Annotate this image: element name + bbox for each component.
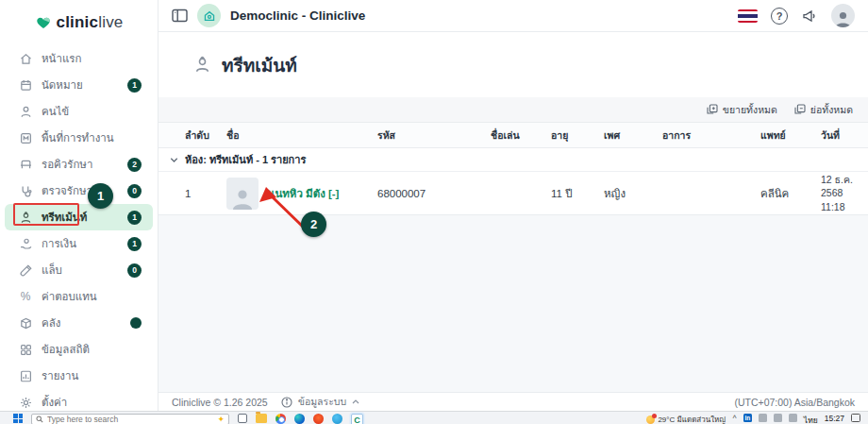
- weather-widget[interactable]: 29°C มีแดดส่วนใหญ่: [646, 414, 726, 424]
- sidebar-item-label: นัดหมาย: [42, 76, 83, 93]
- sidebar-item-label: คลัง: [42, 314, 60, 331]
- row-date: 12 ธ.ค. 2568 11:18: [821, 173, 857, 213]
- workspace-icon: [18, 130, 33, 145]
- tray-caret-icon[interactable]: ˄: [732, 414, 737, 421]
- expand-all-label: ขยายทั้งหมด: [723, 102, 777, 118]
- caret-up-icon[interactable]: [352, 399, 359, 404]
- box-icon: [18, 315, 33, 331]
- sidebar-item-finance[interactable]: การเงิน 1: [5, 230, 153, 257]
- taskbar-clock[interactable]: 15:27: [825, 414, 844, 423]
- search-input[interactable]: [47, 415, 213, 424]
- language-indicator[interactable]: ไทย: [804, 414, 818, 424]
- thai-flag-icon[interactable]: [738, 9, 758, 23]
- row-date-line2: 11:18: [821, 201, 845, 212]
- table-row[interactable]: 1 แนทหิว มีตัง [-] 68000007 11 ปี หญิง ค…: [159, 172, 868, 215]
- row-gender: หญิง: [604, 185, 662, 202]
- test-tube-icon: [18, 263, 33, 278]
- user-avatar[interactable]: [831, 4, 855, 27]
- sidebar-item-workspace[interactable]: พื้นที่การทำงาน: [5, 125, 153, 151]
- stethoscope-icon: [18, 183, 33, 198]
- sidebar-toggle-icon[interactable]: [172, 8, 188, 23]
- help-icon[interactable]: ?: [771, 8, 788, 25]
- clinic-home-icon[interactable]: [197, 4, 221, 27]
- group-row[interactable]: ห้อง: ทรีทเม้นท์ - 1 รายการ: [159, 148, 868, 172]
- col-doctor[interactable]: แพทย์: [760, 127, 821, 144]
- patient-name-link[interactable]: แนทหิว มีตัง [-]: [268, 185, 339, 202]
- sidebar-item-statistics[interactable]: ข้อมูลสถิติ: [5, 336, 153, 363]
- header-actions: ?: [738, 4, 855, 27]
- logo[interactable]: cliniclive: [0, 0, 158, 42]
- sidebar-item-patients[interactable]: คนไข้: [5, 98, 153, 125]
- tray-icon-3[interactable]: [789, 414, 797, 422]
- badge: 0: [127, 184, 142, 198]
- page-title: ทรีทเม้นท์: [222, 51, 297, 79]
- badge: 2: [127, 158, 142, 172]
- version-text: Cliniclive © 1.26 2025: [172, 397, 268, 408]
- col-date[interactable]: วันที่: [821, 127, 857, 144]
- expand-all-icon: [707, 104, 718, 115]
- treatment-person-icon: [192, 55, 212, 75]
- telegram-icon[interactable]: [332, 414, 342, 424]
- weather-text: 29°C มีแดดส่วนใหญ่: [658, 414, 726, 424]
- edge-icon[interactable]: [294, 414, 305, 424]
- col-age[interactable]: อายุ: [551, 127, 604, 144]
- money-hand-icon: [18, 236, 33, 251]
- grid-squares-icon: [18, 342, 33, 357]
- file-explorer-icon[interactable]: [256, 414, 267, 423]
- sidebar-item-label: การเงิน: [42, 235, 76, 252]
- start-button-icon[interactable]: [13, 414, 23, 423]
- cliniclive-app-icon[interactable]: C: [351, 414, 363, 424]
- home-icon: [18, 51, 33, 66]
- taskbar-search[interactable]: ✦: [31, 414, 229, 424]
- main-content: ทรีทเม้นท์ ขยายทั้งหมด ย่อทั้งหมด ลำดับ …: [159, 32, 868, 392]
- sidebar-item-examination[interactable]: ตรวจรักษา 0: [5, 178, 153, 204]
- sidebar-item-label: ข้อมูลสถิติ: [42, 341, 90, 358]
- sidebar-item-queue[interactable]: รอคิวรักษา 2: [5, 151, 153, 178]
- sidebar-item-reports[interactable]: รายงาน: [5, 363, 153, 389]
- notification-center-icon[interactable]: [851, 414, 860, 422]
- announcement-megaphone-icon[interactable]: [801, 8, 818, 24]
- sidebar-item-lab[interactable]: แล็บ 0: [5, 257, 153, 283]
- sidebar-item-label: พื้นที่การทำงาน: [42, 129, 114, 146]
- badge: 1: [127, 237, 142, 251]
- badge-dot: [130, 317, 142, 329]
- collapse-all-button[interactable]: ย่อทั้งหมด: [794, 102, 853, 118]
- badge: 1: [127, 211, 142, 225]
- page-title-bar: ทรีทเม้นท์: [159, 32, 868, 97]
- info-icon[interactable]: [281, 397, 292, 408]
- task-view-icon[interactable]: [238, 414, 247, 423]
- row-name-cell: แนทหิว มีตัง [-]: [226, 178, 377, 210]
- col-name[interactable]: ชื่อ: [226, 127, 377, 144]
- logo-text-bold: clinic: [57, 13, 99, 31]
- sidebar-item-inventory[interactable]: คลัง: [5, 310, 153, 336]
- linkedin-tray-icon[interactable]: in: [743, 414, 752, 422]
- bar-chart-icon: [18, 368, 33, 383]
- calendar-icon: [18, 77, 33, 93]
- top-header: Democlinic - Cliniclive ?: [159, 0, 868, 32]
- sidebar-item-home[interactable]: หน้าแรก: [5, 45, 153, 72]
- row-code: 68000007: [377, 188, 491, 199]
- col-code[interactable]: รหัส: [377, 127, 491, 144]
- col-nickname[interactable]: ชื่อเล่น: [491, 127, 551, 144]
- col-order[interactable]: ลำดับ: [185, 127, 226, 144]
- chrome-icon[interactable]: [275, 414, 286, 424]
- col-symptom[interactable]: อาการ: [662, 127, 760, 144]
- sidebar-item-appointments[interactable]: นัดหมาย 1: [5, 72, 153, 98]
- weather-sun-icon: [646, 416, 655, 424]
- sidebar-item-treatment[interactable]: ทรีทเม้นท์ 1: [5, 204, 153, 230]
- col-gender[interactable]: เพศ: [604, 127, 662, 144]
- table-toolbar: ขยายทั้งหมด ย่อทั้งหมด: [159, 97, 868, 122]
- brave-browser-icon[interactable]: [313, 414, 324, 424]
- sidebar-item-compensation[interactable]: % ค่าตอบแทน: [5, 283, 153, 310]
- tray-icon-2[interactable]: [774, 414, 782, 422]
- expand-all-button[interactable]: ขยายทั้งหมด: [707, 102, 777, 118]
- logo-heart-icon: [35, 15, 52, 30]
- tray-icon-1[interactable]: [759, 414, 767, 422]
- chevron-down-icon[interactable]: [170, 157, 178, 163]
- sidebar-menu: หน้าแรก นัดหมาย 1 คนไข้ พื้นที่การทำงาน …: [0, 42, 158, 416]
- clinic-name: Democlinic - Cliniclive: [230, 8, 365, 23]
- windows-taskbar: ✦ C 29°C มีแดดส่วนใหญ่ ˄ in ไทย 15:27: [0, 411, 868, 424]
- system-info-link[interactable]: ข้อมูลระบบ: [298, 394, 346, 410]
- sidebar-item-label: รายงาน: [42, 367, 78, 384]
- timezone-text: (UTC+07:00) Asia/Bangkok: [734, 397, 855, 408]
